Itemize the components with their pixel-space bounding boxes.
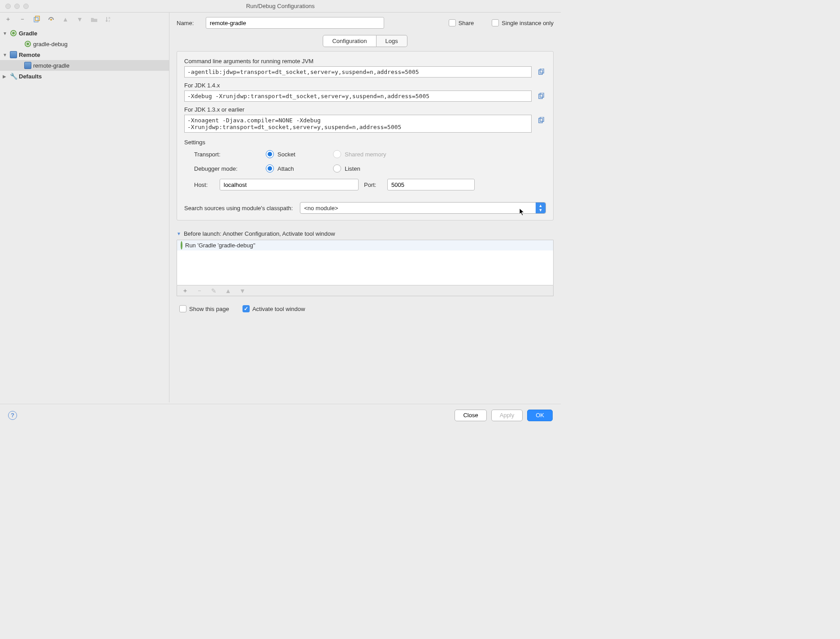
remove-task-button[interactable]: － [195,286,204,295]
wrench-icon: 🔧 [10,73,17,80]
tab-logs[interactable]: Logs [377,35,407,47]
svg-rect-10 [540,117,544,121]
cmd-args-label: Command line arguments for running remot… [184,58,546,65]
transport-socket-radio[interactable]: Socket [266,150,329,158]
ok-button[interactable]: OK [527,410,553,421]
tree-group-gradle[interactable]: Gradle [0,28,169,39]
activate-tool-window-checkbox-wrap[interactable]: Activate tool window [242,305,305,312]
show-this-page-checkbox-wrap[interactable]: Show this page [179,305,229,312]
show-this-page-checkbox[interactable] [179,305,186,312]
remote-icon [24,62,31,69]
svg-rect-9 [539,118,542,123]
help-button[interactable]: ? [8,411,17,420]
copy-icon[interactable] [536,91,546,101]
transport-shared-radio: Shared memory [333,150,414,158]
gradle-icon [24,40,31,47]
chevron-down-icon: ▼ [177,231,181,236]
tree-group-defaults[interactable]: 🔧 Defaults [0,71,169,82]
titlebar: Run/Debug Configurations [0,0,561,13]
jdk14-label: For JDK 1.4.x [184,82,546,89]
svg-text:a: a [108,16,110,19]
before-launch-list[interactable]: Run 'Gradle 'gradle-debug'' [177,240,554,285]
tree-item-remote-gradle[interactable]: remote-gradle [0,60,169,71]
before-launch-section: ▼ Before launch: Another Configuration, … [177,230,554,296]
port-label: Port: [364,181,382,188]
debugger-listen-radio[interactable]: Listen [333,164,414,173]
window-title: Run/Debug Configurations [0,3,561,9]
move-up-icon[interactable]: ▲ [61,15,70,24]
before-launch-task[interactable]: Run 'Gradle 'gradle-debug'' [177,240,553,250]
sort-icon[interactable]: az [104,15,113,24]
cmd-args-input[interactable]: -agentlib:jdwp=transport=dt_socket,serve… [184,66,532,78]
minimize-window-icon[interactable] [14,4,20,9]
folder-icon[interactable] [90,15,99,24]
tabs: Configuration Logs [177,35,554,47]
tree-item-gradle-debug[interactable]: gradle-debug [0,39,169,49]
remote-icon [10,51,17,58]
svg-rect-7 [539,94,542,99]
name-label: Name: [177,20,201,26]
activate-tool-window-checkbox[interactable] [242,305,250,312]
copy-config-icon[interactable] [32,15,41,24]
single-instance-checkbox[interactable] [492,19,499,26]
radio-icon[interactable] [266,164,274,173]
jdk13-input[interactable]: -Xnoagent -Djava.compiler=NONE -Xdebug -… [184,115,532,133]
jdk13-label: For JDK 1.3.x or earlier [184,106,546,113]
port-input[interactable] [387,179,475,190]
config-tree: Gradle gradle-debug Remote remote-gradle… [0,26,169,402]
edit-task-icon[interactable]: ✎ [209,286,218,295]
copy-icon[interactable] [536,116,546,125]
share-checkbox[interactable] [449,19,456,26]
tab-configuration[interactable]: Configuration [323,35,376,47]
single-instance-checkbox-wrap[interactable]: Single instance only [492,19,554,26]
radio-icon[interactable] [266,150,274,158]
tree-group-remote[interactable]: Remote [0,49,169,60]
svg-rect-8 [540,93,544,97]
sidebar: ＋ － ▲ ▼ az Gradle [0,13,169,402]
radio-icon [333,150,341,158]
chevron-updown-icon: ▲▼ [536,203,546,213]
copy-icon[interactable] [536,67,546,77]
zoom-window-icon[interactable] [23,4,29,9]
apply-button[interactable]: Apply [491,410,523,421]
close-window-icon[interactable] [5,4,11,9]
svg-text:z: z [108,19,110,22]
svg-point-2 [50,19,52,21]
footer: ? Close Apply OK [0,404,561,426]
name-input[interactable] [206,17,384,29]
classpath-value: <no module> [304,205,338,212]
configuration-panel: Command line arguments for running remot… [177,51,554,220]
debugger-mode-label: Debugger mode: [194,165,261,172]
radio-icon[interactable] [333,164,341,173]
remove-config-button[interactable]: － [18,15,27,24]
classpath-label: Search sources using module's classpath: [184,205,293,212]
traffic-lights [0,4,29,9]
debugger-attach-radio[interactable]: Attach [266,164,329,173]
before-launch-header[interactable]: ▼ Before launch: Another Configuration, … [177,230,554,237]
move-down-icon[interactable]: ▼ [75,15,84,24]
transport-label: Transport: [194,151,261,158]
share-checkbox-wrap[interactable]: Share [449,19,474,26]
add-config-button[interactable]: ＋ [4,15,13,24]
host-label: Host: [194,181,214,188]
share-label: Share [459,20,474,26]
gradle-icon [10,30,17,37]
single-instance-label: Single instance only [502,20,554,26]
svg-rect-1 [35,16,39,21]
svg-rect-0 [34,17,38,22]
before-launch-toolbar: ＋ － ✎ ▲ ▼ [177,285,554,296]
host-input[interactable] [220,179,359,190]
svg-rect-6 [540,69,544,73]
sidebar-toolbar: ＋ － ▲ ▼ az [0,13,169,26]
close-button[interactable]: Close [455,410,486,421]
main-panel: Name: Share Single instance only Configu… [169,13,561,402]
classpath-select[interactable]: <no module> ▲▼ [300,202,546,214]
settings-title: Settings [184,139,546,146]
move-task-up-icon[interactable]: ▲ [224,286,233,295]
move-task-down-icon[interactable]: ▼ [238,286,247,295]
save-config-icon[interactable] [47,15,56,24]
svg-rect-5 [539,70,542,74]
jdk14-input[interactable]: -Xdebug -Xrunjdwp:transport=dt_socket,se… [184,91,532,102]
add-task-button[interactable]: ＋ [181,286,190,295]
gradle-icon [181,242,182,249]
